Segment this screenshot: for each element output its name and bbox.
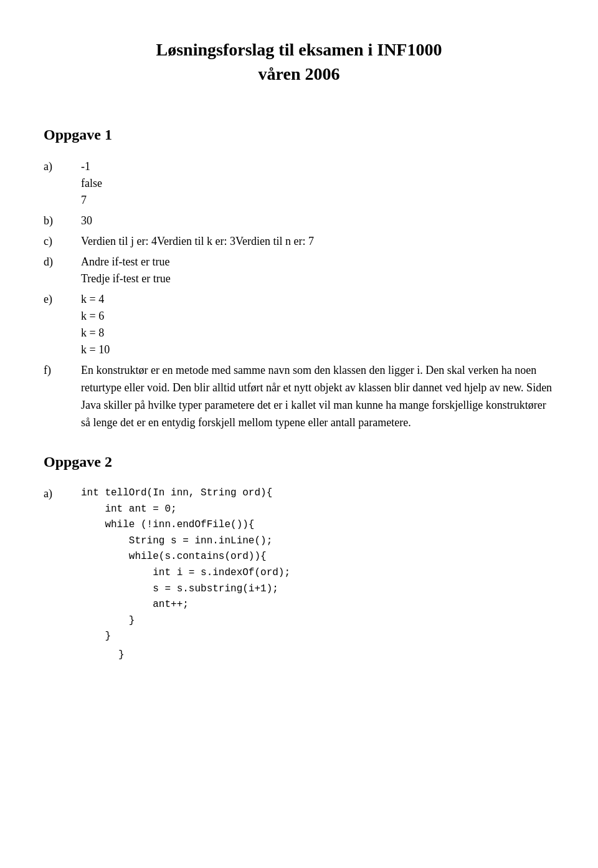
label-2a: a) — [44, 485, 81, 645]
answer-c: c) Verdien til j er: 4Verdien til k er: … — [44, 233, 554, 250]
content-f: En konstruktør er en metode med samme na… — [81, 362, 554, 432]
oppgave2-section: Oppgave 2 a) int tellOrd(In inn, String … — [44, 451, 554, 662]
code-block: int tellOrd(In inn, String ord){ int ant… — [81, 485, 554, 645]
answer-a: a) -1 false 7 — [44, 158, 554, 209]
answer-f: f) En konstruktør er en metode med samme… — [44, 362, 554, 432]
label-a: a) — [44, 158, 81, 209]
content-a: -1 false 7 — [81, 158, 554, 209]
content-c: Verdien til j er: 4Verdien til k er: 3Ve… — [81, 233, 554, 250]
closing-brace: } — [118, 647, 554, 662]
label-b: b) — [44, 212, 81, 229]
oppgave2-heading: Oppgave 2 — [44, 451, 554, 473]
answer-b: b) 30 — [44, 212, 554, 229]
answer-d: d) Andre if-test er true Tredje if-test … — [44, 254, 554, 287]
label-e: e) — [44, 291, 81, 358]
oppgave1-heading: Oppgave 1 — [44, 123, 554, 146]
content-b: 30 — [81, 212, 554, 229]
content-2a: int tellOrd(In inn, String ord){ int ant… — [81, 485, 554, 645]
label-f: f) — [44, 362, 81, 432]
content-e: k = 4 k = 6 k = 8 k = 10 — [81, 291, 554, 358]
answer-e: e) k = 4 k = 6 k = 8 k = 10 — [44, 291, 554, 358]
answer-2a: a) int tellOrd(In inn, String ord){ int … — [44, 485, 554, 645]
content-d: Andre if-test er true Tredje if-test er … — [81, 254, 554, 287]
label-d: d) — [44, 254, 81, 287]
oppgave1-section: Oppgave 1 a) -1 false 7 b) 30 c) Verdien… — [44, 123, 554, 432]
page-title: Løsningsforslag til eksamen i INF1000 vå… — [44, 37, 554, 86]
label-c: c) — [44, 233, 81, 250]
